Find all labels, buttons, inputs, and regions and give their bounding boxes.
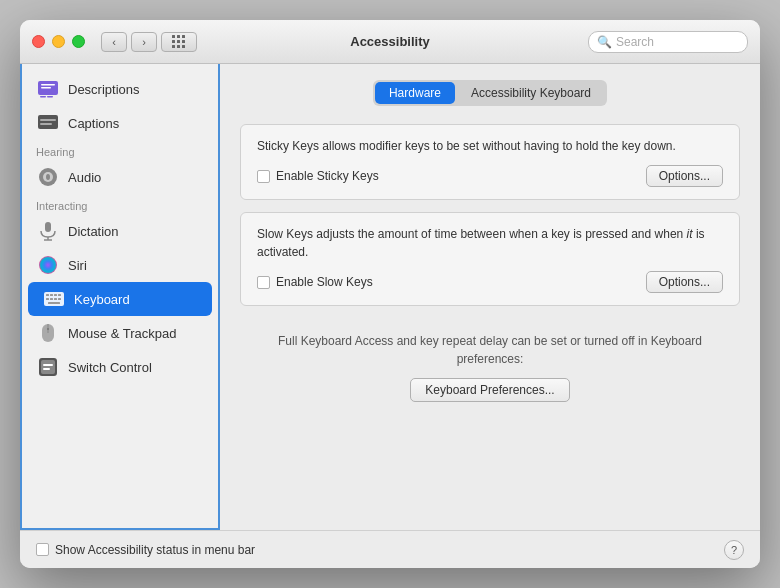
- window-title: Accessibility: [350, 34, 430, 49]
- switch-control-icon: [36, 355, 60, 379]
- dictation-icon: [36, 219, 60, 243]
- tab-accessibility-keyboard[interactable]: Accessibility Keyboard: [457, 82, 605, 104]
- audio-icon: [36, 165, 60, 189]
- help-button[interactable]: ?: [724, 540, 744, 560]
- traffic-lights: [32, 35, 85, 48]
- sidebar-item-switch-control[interactable]: Switch Control: [22, 350, 218, 384]
- descriptions-icon: [36, 77, 60, 101]
- titlebar: ‹ › Accessibility 🔍 Search: [20, 20, 760, 64]
- sidebar-label-dictation: Dictation: [68, 224, 119, 239]
- main-window: ‹ › Accessibility 🔍 Search: [20, 20, 760, 568]
- close-button[interactable]: [32, 35, 45, 48]
- search-icon: 🔍: [597, 35, 612, 49]
- svg-rect-21: [50, 298, 53, 300]
- sidebar-item-captions[interactable]: Captions: [22, 106, 218, 140]
- slow-keys-checkbox[interactable]: [257, 276, 270, 289]
- svg-rect-16: [46, 294, 49, 296]
- svg-point-27: [47, 328, 49, 330]
- sidebar-section-interacting: Interacting: [22, 194, 218, 214]
- slow-keys-label: Enable Slow Keys: [276, 275, 373, 289]
- sticky-keys-label: Enable Sticky Keys: [276, 169, 379, 183]
- svg-rect-2: [47, 96, 53, 98]
- svg-rect-18: [54, 294, 57, 296]
- sidebar-item-mouse-trackpad[interactable]: Mouse & Trackpad: [22, 316, 218, 350]
- sidebar-label-keyboard: Keyboard: [74, 292, 130, 307]
- slow-keys-description: Slow Keys adjusts the amount of time bet…: [257, 225, 723, 261]
- sidebar-label-audio: Audio: [68, 170, 101, 185]
- svg-rect-24: [48, 302, 60, 304]
- tab-bar: Hardware Accessibility Keyboard: [240, 80, 740, 106]
- right-panel: Hardware Accessibility Keyboard Sticky K…: [220, 64, 760, 530]
- keyboard-prefs-info: Full Keyboard Access and key repeat dela…: [240, 318, 740, 416]
- svg-rect-23: [58, 298, 61, 300]
- svg-rect-29: [41, 360, 55, 374]
- tab-hardware[interactable]: Hardware: [375, 82, 455, 104]
- sidebar-label-siri: Siri: [68, 258, 87, 273]
- footer-checkbox-row: Show Accessibility status in menu bar: [36, 543, 255, 557]
- sidebar-label-mouse-trackpad: Mouse & Trackpad: [68, 326, 176, 341]
- sidebar-item-keyboard[interactable]: Keyboard: [28, 282, 212, 316]
- slow-keys-checkbox-group: Enable Slow Keys: [257, 275, 373, 289]
- sticky-keys-description: Sticky Keys allows modifier keys to be s…: [257, 137, 723, 155]
- sidebar-item-audio[interactable]: Audio: [22, 160, 218, 194]
- keyboard-icon: [42, 287, 66, 311]
- svg-rect-5: [38, 115, 58, 129]
- svg-rect-7: [40, 123, 52, 125]
- minimize-button[interactable]: [52, 35, 65, 48]
- tab-group: Hardware Accessibility Keyboard: [373, 80, 607, 106]
- slow-keys-row: Enable Slow Keys Options...: [257, 271, 723, 293]
- svg-rect-3: [41, 84, 55, 86]
- sticky-keys-section: Sticky Keys allows modifier keys to be s…: [240, 124, 740, 200]
- svg-rect-20: [46, 298, 49, 300]
- slow-keys-section: Slow Keys adjusts the amount of time bet…: [240, 212, 740, 306]
- svg-rect-17: [50, 294, 53, 296]
- maximize-button[interactable]: [72, 35, 85, 48]
- svg-rect-6: [40, 119, 56, 121]
- sidebar: Descriptions Captions Hearing: [20, 64, 220, 530]
- footer: Show Accessibility status in menu bar ?: [20, 530, 760, 568]
- sidebar-item-siri[interactable]: Siri: [22, 248, 218, 282]
- sidebar-label-captions: Captions: [68, 116, 119, 131]
- sticky-keys-checkbox[interactable]: [257, 170, 270, 183]
- keyboard-prefs-text: Full Keyboard Access and key repeat dela…: [260, 332, 720, 368]
- svg-rect-11: [45, 222, 51, 232]
- sidebar-label-descriptions: Descriptions: [68, 82, 140, 97]
- main-content: Descriptions Captions Hearing: [20, 64, 760, 530]
- svg-rect-19: [58, 294, 61, 296]
- grid-view-button[interactable]: [161, 32, 197, 52]
- mouse-trackpad-icon: [36, 321, 60, 345]
- footer-checkbox[interactable]: [36, 543, 49, 556]
- search-placeholder: Search: [616, 35, 654, 49]
- svg-rect-22: [54, 298, 57, 300]
- sidebar-item-descriptions[interactable]: Descriptions: [22, 72, 218, 106]
- sidebar-label-switch-control: Switch Control: [68, 360, 152, 375]
- back-button[interactable]: ‹: [101, 32, 127, 52]
- svg-point-14: [39, 256, 57, 274]
- sidebar-item-dictation[interactable]: Dictation: [22, 214, 218, 248]
- keyboard-preferences-button[interactable]: Keyboard Preferences...: [410, 378, 569, 402]
- forward-button[interactable]: ›: [131, 32, 157, 52]
- sticky-keys-options-button[interactable]: Options...: [646, 165, 723, 187]
- footer-label: Show Accessibility status in menu bar: [55, 543, 255, 557]
- nav-buttons: ‹ ›: [101, 32, 157, 52]
- svg-rect-1: [40, 96, 46, 98]
- sticky-keys-row: Enable Sticky Keys Options...: [257, 165, 723, 187]
- svg-rect-31: [43, 368, 50, 370]
- svg-point-10: [46, 174, 50, 180]
- grid-icon: [172, 35, 186, 49]
- sidebar-section-hearing: Hearing: [22, 140, 218, 160]
- search-bar[interactable]: 🔍 Search: [588, 31, 748, 53]
- sticky-keys-checkbox-group: Enable Sticky Keys: [257, 169, 379, 183]
- svg-rect-30: [43, 364, 53, 366]
- svg-rect-4: [41, 87, 51, 89]
- slow-keys-options-button[interactable]: Options...: [646, 271, 723, 293]
- captions-icon: [36, 111, 60, 135]
- siri-icon: [36, 253, 60, 277]
